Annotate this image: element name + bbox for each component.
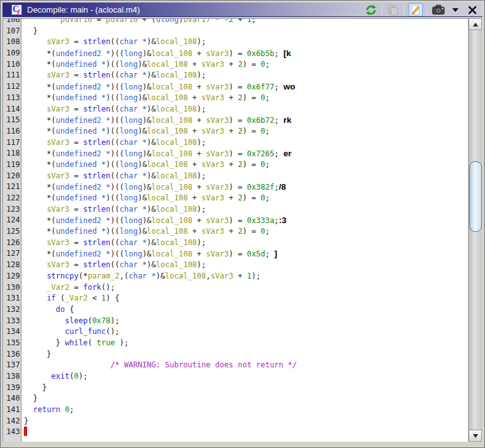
code-line[interactable]: 128 sVar3 = strlen((char *)&local_108);: [3, 260, 468, 271]
code-text[interactable]: *(undefined *)((long)&local_108 + sVar3 …: [22, 193, 270, 204]
code-line[interactable]: 108 sVar3 = strlen((char *)&local_108);: [3, 37, 468, 48]
line-number: 137: [3, 360, 22, 371]
code-text[interactable]: *(undefined2 *)((long)&local_108 + sVar3…: [22, 215, 287, 226]
code-line[interactable]: 138 exit(0);: [3, 371, 468, 382]
code-line[interactable]: 125 *(undefined *)((long)&local_108 + sV…: [3, 226, 468, 238]
code-text[interactable]: if (_Var2 < 1) {: [22, 293, 120, 304]
code-line[interactable]: 131 if (_Var2 < 1) {: [3, 293, 468, 304]
scroll-down-button[interactable]: [469, 430, 482, 442]
panel-menu-button[interactable]: [449, 4, 462, 16]
code-text[interactable]: }: [22, 382, 47, 394]
edit-button[interactable]: [409, 3, 423, 16]
toolbar-separator: [382, 5, 382, 15]
code-line[interactable]: 134 curl_func();: [3, 326, 468, 338]
code-line[interactable]: 140 }: [3, 393, 468, 405]
code-text[interactable]: sVar3 = strlen((char *)&local_108);: [22, 104, 206, 115]
code-text[interactable]: }: [22, 26, 38, 37]
code-line[interactable]: 117 sVar3 = strlen((char *)&local_108);: [3, 137, 468, 149]
code-text[interactable]: *(undefined2 *)((long)&local_108 + sVar3…: [22, 48, 291, 59]
code-text[interactable]: sVar3 = strlen((char *)&local_108);: [22, 70, 206, 81]
line-number: 126: [3, 238, 22, 249]
code-line[interactable]: 118 *(undefined2 *)((long)&local_108 + s…: [3, 148, 468, 159]
code-line[interactable]: 132 do {: [3, 304, 468, 316]
code-line[interactable]: 135 } while( true );: [3, 338, 468, 349]
code-line[interactable]: 119 *(undefined *)((long)&local_108 + sV…: [3, 159, 468, 171]
line-number: 114: [3, 104, 22, 115]
code-line[interactable]: 127 *(undefined2 *)((long)&local_108 + s…: [3, 248, 468, 260]
code-line[interactable]: 129 strncpy(*param_2,(char *)&local_108,…: [3, 271, 468, 282]
close-icon: [468, 6, 477, 14]
code-text[interactable]: }: [22, 393, 38, 405]
code-line[interactable]: 137 /* WARNING: Subroutine does not retu…: [3, 360, 468, 371]
code-line[interactable]: 111 sVar3 = strlen((char *)&local_108);: [3, 70, 468, 81]
code-text[interactable]: exit(0);: [22, 371, 88, 382]
code-text[interactable]: sVar3 = strlen((char *)&local_108);: [22, 137, 206, 149]
code-line[interactable]: 123 sVar3 = strlen((char *)&local_108);: [3, 204, 468, 215]
code-text[interactable]: *(undefined2 *)((long)&local_108 + sVar3…: [22, 248, 277, 260]
line-number: 118: [3, 148, 22, 159]
title-bar[interactable]: Cƒ Decompile: main - (aclocal.m4): [3, 3, 482, 17]
line-number: 132: [3, 304, 22, 316]
copy-button-disabled[interactable]: [387, 4, 399, 16]
refresh-button[interactable]: [365, 4, 377, 16]
line-number: 129: [3, 271, 22, 282]
code-line[interactable]: 116 *(undefined *)((long)&local_108 + sV…: [3, 126, 468, 137]
scrollbar-thumb[interactable]: [469, 161, 482, 232]
decompiler-code-panel[interactable]: 106 puVar16 = puVar16 + (ulong)bVar17 * …: [3, 18, 468, 442]
code-line[interactable]: 133 sleep(0x78);: [3, 316, 468, 327]
code-line[interactable]: 109 *(undefined2 *)((long)&local_108 + s…: [3, 48, 468, 59]
code-text[interactable]: sVar3 = strlen((char *)&local_108);: [22, 204, 206, 215]
code-text[interactable]: curl_func();: [22, 326, 120, 338]
code-line[interactable]: 113 *(undefined *)((long)&local_108 + sV…: [3, 93, 468, 104]
code-line[interactable]: 141 return 0;: [3, 405, 468, 416]
code-line[interactable]: 122 *(undefined *)((long)&local_108 + sV…: [3, 193, 468, 204]
code-text[interactable]: *(undefined2 *)((long)&local_108 + sVar3…: [22, 115, 292, 126]
code-text[interactable]: sVar3 = strlen((char *)&local_108);: [22, 37, 206, 48]
code-line[interactable]: 139 }: [3, 382, 468, 394]
line-number: 140: [3, 393, 22, 405]
code-text[interactable]: *(undefined *)((long)&local_108 + sVar3 …: [22, 159, 270, 171]
code-line[interactable]: 120 sVar3 = strlen((char *)&local_108);: [3, 171, 468, 182]
code-line[interactable]: 130 _Var2 = fork();: [3, 282, 468, 294]
code-text[interactable]: sVar3 = strlen((char *)&local_108);: [22, 238, 206, 249]
code-text[interactable]: sleep(0x78);: [22, 316, 120, 327]
scroll-up-button[interactable]: [469, 18, 482, 30]
snapshot-camera-icon: [432, 4, 445, 15]
code-text[interactable]: *(undefined *)((long)&local_108 + sVar3 …: [22, 226, 270, 238]
code-line[interactable]: 110 *(undefined *)((long)&local_108 + sV…: [3, 59, 468, 71]
code-text[interactable]: sVar3 = strlen((char *)&local_108);: [22, 260, 206, 271]
toolbar-separator: [404, 5, 404, 15]
close-button[interactable]: [466, 4, 479, 16]
code-line[interactable]: 136 }: [3, 349, 468, 360]
code-text[interactable]: *(undefined2 *)((long)&local_108 + sVar3…: [22, 81, 295, 93]
code-text[interactable]: strncpy(*param_2,(char *)&local_108,sVar…: [22, 271, 261, 282]
code-line[interactable]: 107 }: [3, 26, 468, 37]
code-line[interactable]: 142}: [3, 416, 468, 427]
code-line[interactable]: 114 sVar3 = strlen((char *)&local_108);: [3, 104, 468, 115]
code-line[interactable]: 143: [3, 427, 468, 438]
code-line[interactable]: 124 *(undefined2 *)((long)&local_108 + s…: [3, 215, 468, 226]
line-number: 108: [3, 37, 22, 48]
code-text[interactable]: *(undefined *)((long)&local_108 + sVar3 …: [22, 59, 270, 71]
code-text[interactable]: _Var2 = fork();: [22, 282, 115, 294]
code-text[interactable]: puVar16 = puVar16 + (ulong)bVar17 * -2 +…: [22, 18, 256, 26]
code-line[interactable]: 121 *(undefined2 *)((long)&local_108 + s…: [3, 181, 468, 193]
code-text[interactable]: }: [22, 416, 28, 427]
code-text[interactable]: } while( true );: [22, 338, 128, 349]
code-line[interactable]: 106 puVar16 = puVar16 + (ulong)bVar17 * …: [3, 18, 468, 26]
code-text[interactable]: *(undefined *)((long)&local_108 + sVar3 …: [22, 93, 270, 104]
code-text[interactable]: /* WARNING: Subroutine does not return *…: [22, 360, 297, 371]
code-line[interactable]: 126 sVar3 = strlen((char *)&local_108);: [3, 238, 468, 249]
code-text[interactable]: *(undefined2 *)((long)&local_108 + sVar3…: [22, 181, 286, 193]
code-line[interactable]: 112 *(undefined2 *)((long)&local_108 + s…: [3, 81, 468, 93]
code-line[interactable]: 115 *(undefined2 *)((long)&local_108 + s…: [3, 115, 468, 126]
code-text[interactable]: *(undefined *)((long)&local_108 + sVar3 …: [22, 126, 270, 137]
vertical-scrollbar[interactable]: [468, 18, 482, 442]
code-text[interactable]: }: [22, 349, 51, 360]
code-text[interactable]: *(undefined2 *)((long)&local_108 + sVar3…: [22, 148, 292, 159]
code-text[interactable]: sVar3 = strlen((char *)&local_108);: [22, 171, 206, 182]
code-text[interactable]: return 0;: [22, 405, 74, 416]
snapshot-button[interactable]: [432, 4, 445, 16]
code-text[interactable]: do {: [22, 304, 74, 316]
code-text[interactable]: [22, 427, 27, 438]
